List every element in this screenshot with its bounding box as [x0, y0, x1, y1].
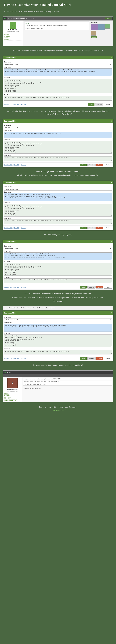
da2-logo: dA — [4, 372, 6, 374]
edit-skin-btn[interactable]: edit skin — [91, 36, 97, 38]
m5-save-as-btn[interactable]: Save As — [88, 357, 96, 360]
instruction-4-text: The same thing goes for your gallery. — [5, 233, 111, 236]
modal-1-close[interactable]: ✕ — [110, 56, 112, 58]
m3-edit-skin-css-link[interactable]: Edit Skin CSS — [4, 227, 12, 228]
sharing-link[interactable]: Sharing — [21, 104, 26, 105]
modal-5-close[interactable]: ✕ — [110, 312, 112, 314]
modal-5-title: Customize Skin — [4, 312, 16, 314]
da-screenshot-1: dA ✱ ▶ JOURNAL WRITER B I U S Submit 🐧 A… — [2, 16, 114, 46]
nav-tool-4[interactable]: B — [26, 18, 28, 20]
m5-save-btn[interactable]: Save — [80, 357, 86, 360]
save-btn[interactable]: Save — [88, 103, 94, 106]
nav-tool-1[interactable]: ✱ — [8, 18, 10, 20]
da2-tagline: A Penguin Who Cares — [4, 391, 21, 392]
m3-sharing-link[interactable]: Sharing — [21, 227, 26, 228]
skin-footer-textarea[interactable]: <div><div class="inner"><div class="ins"… — [4, 96, 112, 100]
save-as-btn[interactable]: Save As — [95, 103, 103, 106]
m2-save-as-btn[interactable]: Save As — [88, 164, 96, 166]
da2-nav-back[interactable]: ◀ — [7, 372, 8, 373]
skin-header-textarea[interactable]: <div class="update"><div class="links"><… — [4, 68, 112, 76]
m5-delete-btn[interactable]: Delete — [96, 357, 103, 360]
m2-skin-css-label: Skin CSS — [4, 139, 112, 140]
m3-skin-header-textarea[interactable]: <a href="http://www.camera-software.devi… — [4, 193, 112, 201]
m5-skin-header-select[interactable]: Edited Sunset Journal — [4, 318, 112, 321]
modal-4: Customize Skin ✕ Skin Header Edited Suns… — [2, 240, 114, 290]
m3-skin-header-select[interactable]: Edited Sunset Journal — [4, 188, 112, 190]
nav-tool-7[interactable]: S — [32, 18, 34, 20]
da2-avatar: 🐧 — [7, 378, 18, 388]
m3-delete-btn[interactable]: Delete — [96, 226, 103, 229]
m5-sharing-link[interactable]: Sharing — [21, 358, 26, 359]
da2-url-1: https://www.deviantart.com/deviations/42… — [23, 378, 112, 380]
publish-btn[interactable]: Submit — [106, 18, 112, 20]
da2-nav-sendnote[interactable]: SEND NOTE — [4, 397, 21, 399]
m5-footer-links: Edit Skin CSS | Get Help | Sharing — [4, 358, 26, 359]
m2-delete-btn[interactable]: Delete — [96, 164, 103, 166]
m2-skin-footer-textarea[interactable]: <div><div class="inner"><div class="ins"… — [4, 156, 112, 161]
preview-btn[interactable]: Preview — [104, 103, 112, 106]
modal-3-close[interactable]: ✕ — [110, 181, 112, 184]
m4-save-btn[interactable]: Save — [80, 286, 86, 288]
m3-save-as-btn[interactable]: Save As — [88, 226, 96, 229]
m2-skin-header-textarea[interactable]: <div class="update"><div class="links"><… — [4, 132, 112, 138]
instruction-5-line1: Then for Send Note just change it to wha… — [5, 292, 111, 295]
m2-get-help-link[interactable]: Get Help — [14, 164, 19, 166]
m3-skin-footer-textarea[interactable]: <div><div class="inner"><div class="ins"… — [4, 219, 112, 224]
m4-sharing-link[interactable]: Sharing — [21, 286, 26, 288]
m5-skin-css-textarea[interactable]: /* Journal Clean-Up */ #background{color… — [4, 334, 112, 347]
m3-skin-css-textarea[interactable]: /* Journal Clean-Up */ #background{color… — [4, 204, 112, 216]
m4-delete-btn[interactable]: Delete — [96, 286, 103, 288]
da2-nav-forward[interactable]: ▶ — [9, 372, 10, 373]
msg-body: I want to change out the links on the Sk… — [26, 25, 88, 27]
m2-sharing-link[interactable]: Sharing — [21, 164, 26, 166]
m3-save-btn[interactable]: Save — [80, 226, 86, 229]
da2-nav-gallery[interactable]: GALLERY — [4, 395, 21, 397]
m2-preview-btn[interactable]: Preview — [104, 164, 112, 166]
instruction-2: I have highlighted the first item to cha… — [0, 108, 116, 118]
da2-nav-profile[interactable]: PROFILE — [4, 393, 21, 395]
m2-edit-skin-css-link[interactable]: Edit Skin CSS — [4, 164, 12, 166]
edit-skin-css-link[interactable]: Edit Skin CSS — [4, 104, 12, 105]
da2-username: AMARANTHAXAA — [4, 389, 21, 390]
m5-skin-header-textarea[interactable]: <div class="update"><div class="links"><… — [4, 324, 112, 332]
m5-edit-skin-css-link[interactable]: Edit Skin CSS — [4, 358, 12, 359]
m5-skin-footer-textarea[interactable]: <div><div class="inner"><div class="ins"… — [4, 350, 112, 354]
m4-skin-footer-textarea[interactable]: <div><div class="inner"><div class="ins"… — [4, 278, 112, 283]
da2-nav-awesome[interactable]: AWESOME DEVIANT — [4, 399, 21, 401]
m2-footer-links: Edit Skin CSS | Get Help | Sharing — [4, 164, 26, 166]
nav-tool-5[interactable]: I — [28, 18, 30, 20]
m3-preview-btn[interactable]: Preview — [104, 226, 112, 229]
m2-skin-css-textarea[interactable]: /* Journal Clean-Up */ #background{color… — [4, 141, 112, 154]
m3-skin-footer-label: Skin Footer — [4, 218, 112, 219]
nav-tool-3[interactable]: JOURNAL WRITER — [13, 18, 25, 20]
skin-css-textarea[interactable]: /* Journal Clean-Up */ #background{color… — [4, 79, 112, 93]
m5-skin-css-label: Skin CSS — [4, 333, 112, 334]
thumb-3 — [105, 24, 110, 28]
da-nav-gallery[interactable]: GALLERY — [4, 36, 22, 38]
m4-save-as-btn[interactable]: Save As — [88, 286, 96, 288]
da-screenshot-2: dA ◀ ▶ ↺ 🐧 AMARANTHAXAA A Penguin Who Ca… — [2, 370, 114, 402]
modal-3-title: Customize Skin — [4, 182, 16, 183]
m4-get-help-link[interactable]: Get Help — [14, 286, 19, 288]
da2-nav-refresh[interactable]: ↺ — [10, 372, 11, 373]
modal-5: Customize Skin ✕ Skin Header Edited Suns… — [2, 311, 114, 361]
m4-preview-btn[interactable]: Preview — [104, 286, 112, 288]
m5-get-help-link[interactable]: Get Help — [14, 358, 19, 359]
nav-tool-6[interactable]: U — [30, 18, 32, 20]
da-nav-goodnote[interactable]: GOOD NOTE — [4, 38, 22, 40]
get-help-link[interactable]: Get Help — [14, 104, 19, 105]
nav-tool-2[interactable]: ▶ — [10, 18, 12, 20]
m2-skin-header-select[interactable]: Edited Sunset Journal — [4, 126, 112, 129]
m2-save-btn[interactable]: Save — [80, 164, 86, 166]
m4-skin-header-select[interactable]: Edited Sunset Journal — [4, 247, 112, 250]
m4-skin-css-textarea[interactable]: /* Journal Clean-Up */ #background{color… — [4, 263, 112, 276]
modal-2-close[interactable]: ✕ — [110, 120, 112, 122]
skin-header-select[interactable]: Edited Sunset Journal — [4, 63, 112, 66]
m5-preview-btn[interactable]: Preview — [104, 357, 112, 360]
modal-4-close[interactable]: ✕ — [110, 240, 112, 243]
m3-get-help-link[interactable]: Get Help — [14, 227, 19, 228]
da-nav-profile[interactable]: PROFILE — [4, 34, 22, 36]
m4-edit-skin-css-link[interactable]: Edit Skin CSS — [4, 286, 12, 288]
m2-skin-footer-label: Skin Footer — [4, 154, 112, 156]
m4-skin-header-textarea[interactable]: <a href="http://www.camera-software.devi… — [4, 252, 112, 260]
